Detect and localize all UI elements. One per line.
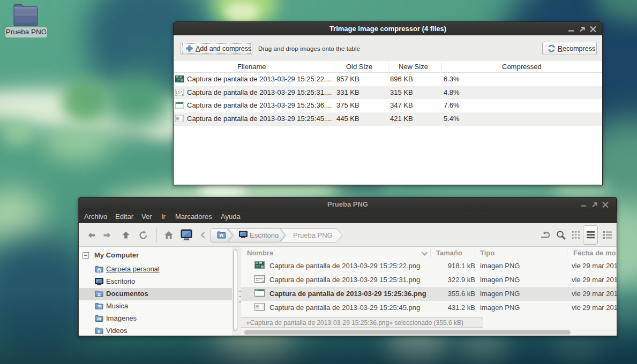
svg-text:Prueba PNG: Prueba PNG [293, 231, 333, 239]
svg-text:Escritorio: Escritorio [250, 231, 279, 239]
